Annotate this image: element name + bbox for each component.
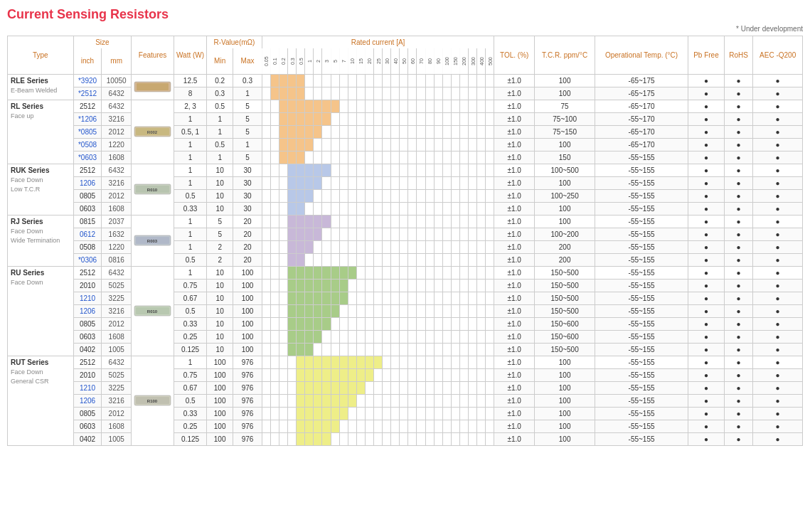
tcr-cell: 75~100 [535, 112, 595, 125]
current-cell [459, 279, 468, 292]
page-title: Current Sensing Resistors [7, 7, 803, 22]
current-cell [374, 100, 383, 112]
current-cell [305, 253, 314, 266]
temp-cell: -55~155 [595, 317, 688, 330]
inch-cell: *0805 [73, 125, 102, 138]
current-cell [322, 279, 331, 292]
mm-cell: 6432 [102, 266, 132, 279]
temp-cell: -55~155 [595, 202, 688, 215]
current-cell [297, 432, 305, 445]
current-cell [434, 151, 442, 164]
current-cell [400, 87, 408, 100]
current-cell [322, 304, 331, 317]
current-cell [305, 266, 314, 279]
current-cell [400, 330, 408, 343]
current-cell [469, 87, 477, 100]
features-header: Features [132, 36, 174, 75]
current-cell [459, 176, 468, 189]
series-name-cell: RL SeriesFace up [8, 100, 74, 164]
current-cell [442, 100, 451, 112]
current-cell [297, 343, 305, 356]
rohs-cell: ● [724, 292, 752, 304]
current-cell [374, 202, 383, 215]
rohs-cell: ● [724, 151, 752, 164]
current-cell [417, 215, 425, 228]
current-cell [408, 330, 417, 343]
rated-current-header: Rated current [A] [262, 36, 494, 49]
current-cell [408, 215, 417, 228]
current-cell [459, 420, 468, 432]
current-cell [331, 292, 339, 304]
current-col-header: 60 [408, 48, 417, 74]
current-cell [486, 215, 494, 228]
current-cell [314, 240, 322, 253]
current-cell [365, 215, 373, 228]
current-cell [383, 202, 391, 215]
current-cell [322, 317, 331, 330]
tol-cell: ±1.0 [494, 394, 535, 407]
current-cell [322, 253, 331, 266]
current-cell [400, 215, 408, 228]
current-cell [322, 407, 331, 420]
current-cell [279, 292, 287, 304]
current-cell [477, 215, 486, 228]
current-cell [442, 151, 451, 164]
current-cell [400, 292, 408, 304]
current-cell [279, 164, 287, 176]
current-cell [459, 292, 468, 304]
current-cell [434, 112, 442, 125]
current-cell [262, 356, 270, 368]
current-cell [391, 292, 400, 304]
tcr-cell: 100 [535, 381, 595, 394]
current-cell [331, 368, 339, 381]
rmax-cell: 1 [233, 87, 262, 100]
current-cell [322, 240, 331, 253]
current-cell [486, 292, 494, 304]
watt-cell: 1 [174, 151, 207, 164]
table-row: 120632160.5100976±1.0100-55~155●●● [8, 394, 803, 407]
mm-cell: 3216 [102, 304, 132, 317]
rmin-cell: 100 [207, 432, 233, 445]
current-cell [486, 112, 494, 125]
tol-cell: ±1.0 [494, 189, 535, 202]
current-cell [314, 176, 322, 189]
series-name-cell: RLE SeriesE-Beam Welded [8, 74, 74, 100]
current-cell [383, 292, 391, 304]
watt-cell: 0.25 [174, 420, 207, 432]
rmax-cell: 976 [233, 368, 262, 381]
current-cell [459, 240, 468, 253]
current-cell [279, 228, 287, 240]
current-cell [297, 368, 305, 381]
current-cell [391, 112, 400, 125]
current-cell [425, 100, 434, 112]
current-cell [348, 253, 356, 266]
current-cell [331, 356, 339, 368]
rmin-cell: 0.5 [207, 138, 233, 151]
current-cell [425, 330, 434, 343]
current-cell [339, 253, 348, 266]
rmax-cell: 976 [233, 432, 262, 445]
current-cell [270, 189, 279, 202]
current-cell [365, 304, 373, 317]
current-cell [469, 228, 477, 240]
current-cell [305, 368, 314, 381]
tol-cell: ±1.0 [494, 138, 535, 151]
current-cell [434, 304, 442, 317]
current-cell [486, 368, 494, 381]
current-col-header: 7 [339, 48, 348, 74]
current-cell [417, 228, 425, 240]
current-cell [356, 215, 365, 228]
rmax-cell: 20 [233, 228, 262, 240]
rohs-cell: ● [724, 394, 752, 407]
current-cell [322, 381, 331, 394]
current-cell [339, 228, 348, 240]
current-cell [408, 164, 417, 176]
current-cell [400, 304, 408, 317]
current-cell [434, 189, 442, 202]
current-cell [451, 381, 459, 394]
current-cell [288, 87, 297, 100]
current-cell [425, 420, 434, 432]
current-cell [391, 189, 400, 202]
current-cell [348, 330, 356, 343]
current-cell [469, 215, 477, 228]
